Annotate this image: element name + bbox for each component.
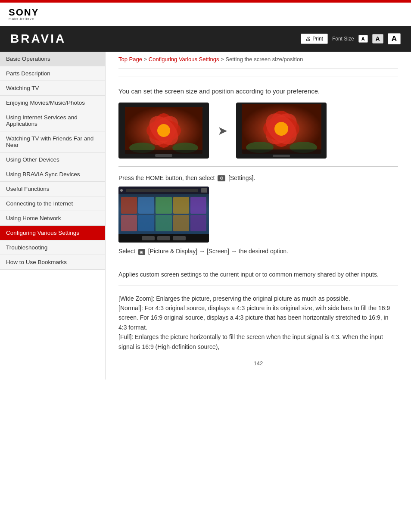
desc-normal: [Normal]: For 4:3 original source, displ…	[118, 303, 398, 332]
thumb-8	[156, 215, 171, 232]
sidebar-item-configuring-settings[interactable]: Configuring Various Settings	[0, 226, 105, 240]
sidebar-item-useful-functions[interactable]: Useful Functions	[0, 182, 105, 196]
thumb-1	[121, 197, 137, 214]
desc-wide-zoom: [Wide Zoom]: Enlarges the picture, prese…	[118, 294, 398, 303]
sidebar-item-using-other-devices[interactable]: Using Other Devices	[0, 152, 105, 167]
page-number: 142	[118, 360, 398, 367]
breadcrumb-top-page[interactable]: Top Page	[118, 56, 142, 62]
sony-brand-text: SONY	[9, 8, 39, 17]
sidebar-item-using-home-network[interactable]: Using Home Network	[0, 211, 105, 226]
screenshot-content-grid	[118, 194, 209, 234]
divider-1	[118, 77, 398, 77]
tv-image-before	[118, 103, 209, 159]
bravia-banner: BRAVIA 🖨 Print Font Size A A A	[0, 26, 411, 52]
thumb-9	[173, 215, 189, 232]
step2-prefix: Select	[118, 248, 135, 255]
screenshot-window-btn	[201, 188, 207, 193]
sidebar-item-watching-tv[interactable]: Watching TV	[0, 81, 105, 96]
step1-text: Press the HOME button, then select ⚙ [Se…	[118, 174, 398, 181]
bravia-title: BRAVIA	[10, 32, 66, 46]
screenshot-inner	[118, 187, 209, 243]
sidebar-item-using-bravia-sync[interactable]: Using BRAVIA Sync Devices	[0, 167, 105, 182]
arrow-right-icon: ➤	[218, 124, 227, 138]
thumb-10	[190, 215, 206, 232]
tv-screen-after	[242, 104, 321, 154]
sony-logo: SONY make.believe	[9, 8, 39, 21]
screenshot-address-bar	[126, 189, 198, 192]
screenshot-btn-2	[157, 236, 170, 240]
screenshot-btn-3	[173, 236, 186, 240]
image-row: ➤	[118, 103, 398, 159]
thumb-7	[138, 215, 154, 232]
tv-screen-before	[125, 107, 202, 154]
sony-tagline: make.believe	[9, 17, 39, 21]
step1-suffix: [Settings].	[228, 174, 255, 181]
sidebar-item-using-internet[interactable]: Using Internet Services and Applications	[0, 110, 105, 131]
svg-rect-8	[125, 150, 202, 154]
thumb-3	[156, 197, 171, 214]
svg-rect-17	[242, 149, 321, 154]
main-layout: Basic Operations Parts Description Watch…	[0, 52, 411, 380]
divider-2	[118, 166, 398, 167]
thumb-4	[173, 197, 189, 214]
step1-prefix: Press the HOME button, then select	[118, 174, 215, 181]
screenshot-dot-1	[120, 189, 123, 192]
intro-text: You can set the screen size and position…	[118, 87, 398, 95]
picture-icon: ▣	[138, 249, 145, 255]
font-large-button[interactable]: A	[388, 33, 401, 44]
flower-svg-after	[242, 104, 321, 154]
svg-point-5	[157, 124, 170, 137]
sidebar-item-basic-operations[interactable]: Basic Operations	[0, 52, 105, 66]
banner-controls: 🖨 Print Font Size A A A	[301, 33, 401, 44]
print-label: Print	[312, 36, 323, 42]
print-button[interactable]: 🖨 Print	[301, 34, 328, 44]
sidebar-item-parts-description[interactable]: Parts Description	[0, 66, 105, 81]
sidebar-item-watching-tv-friends[interactable]: Watching TV with Friends Far and Near	[0, 131, 105, 152]
breadcrumb-sep2: >	[221, 56, 225, 62]
thumb-5	[190, 197, 206, 214]
tv-image-after	[236, 103, 327, 159]
print-icon: 🖨	[305, 36, 311, 42]
tv-stand-after	[273, 155, 290, 157]
step2-text: Select ▣ [Picture & Display] → [Screen] …	[118, 248, 398, 255]
sidebar-item-enjoying-movies[interactable]: Enjoying Movies/Music/Photos	[0, 96, 105, 110]
divider-3	[118, 263, 398, 263]
font-small-button[interactable]: A	[358, 35, 368, 43]
font-size-label: Font Size	[332, 36, 354, 42]
header: SONY make.believe	[0, 3, 411, 26]
breadcrumb-sep1: >	[144, 56, 149, 62]
content-area: Top Page > Configuring Various Settings …	[106, 52, 411, 380]
sidebar: Basic Operations Parts Description Watch…	[0, 52, 106, 380]
screenshot-placeholder	[118, 187, 209, 243]
divider-4	[118, 286, 398, 286]
apply-text: Applies custom screen settings to the cu…	[118, 271, 398, 278]
sidebar-item-troubleshooting[interactable]: Troubleshooting	[0, 240, 105, 255]
thumb-6	[121, 215, 137, 232]
desc-full: [Full]: Enlarges the picture horizontall…	[118, 332, 398, 352]
thumb-2	[138, 197, 154, 214]
breadcrumb-current: Setting the screen size/position	[225, 56, 303, 62]
svg-point-14	[274, 122, 288, 136]
settings-icon: ⚙	[218, 175, 225, 181]
sidebar-item-connecting-internet[interactable]: Connecting to the Internet	[0, 196, 105, 211]
step2-suffix: [Picture & Display] → [Screen] → the des…	[148, 248, 288, 255]
breadcrumb-configuring[interactable]: Configuring Various Settings	[149, 56, 219, 62]
breadcrumb: Top Page > Configuring Various Settings …	[118, 52, 398, 69]
screenshot-bottom-bar	[118, 234, 209, 243]
sidebar-item-how-to-use[interactable]: How to Use Bookmarks	[0, 255, 105, 270]
tv-stand-before	[155, 154, 172, 157]
screenshot-btn-1	[142, 236, 155, 240]
screenshot-top-bar	[118, 187, 209, 194]
flower-svg-before	[125, 107, 202, 154]
desc-text: [Wide Zoom]: Enlarges the picture, prese…	[118, 294, 398, 352]
font-medium-button[interactable]: A	[372, 34, 383, 44]
